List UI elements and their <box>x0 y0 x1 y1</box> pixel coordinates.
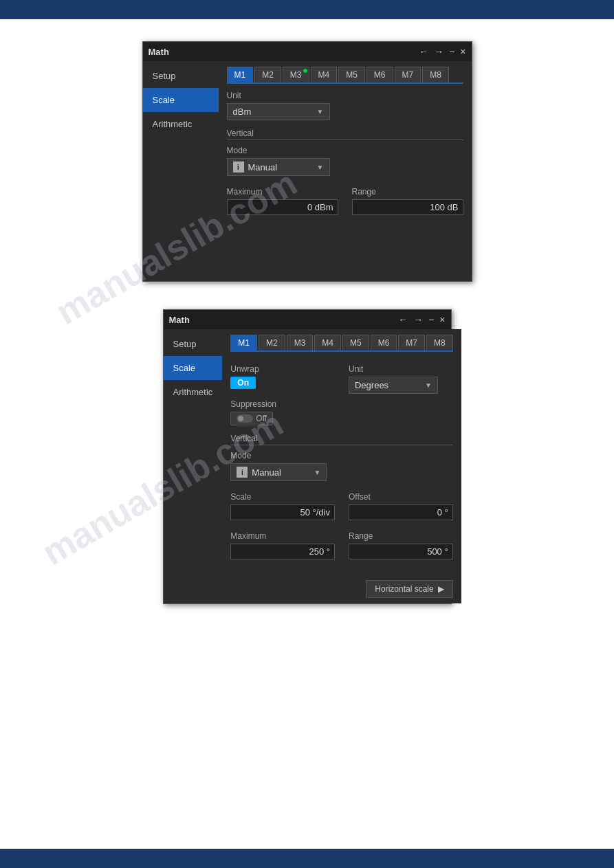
d2-sidebar-item-arithmetic[interactable]: Arithmetic <box>164 380 223 404</box>
dialog1-back-btn[interactable]: ← <box>419 47 428 56</box>
tab-m1[interactable]: M1 <box>227 67 254 82</box>
top-bar <box>0 0 614 19</box>
dialog1-main: M1 M2 M3 M4 M5 M6 M7 M8 Unit dBm ▼ Verti… <box>219 61 472 281</box>
unwrap-unit-row: Unwrap On Unit Degrees ▼ <box>230 359 452 394</box>
d2-mode-label: Mode <box>230 451 452 460</box>
range-value[interactable]: 100 dB <box>352 199 463 215</box>
tab-m6[interactable]: M6 <box>366 67 393 82</box>
dialog2-controls: ← → − × <box>398 315 445 324</box>
sidebar-item-scale[interactable]: Scale <box>143 88 219 112</box>
d2-tab-m1[interactable]: M1 <box>230 335 257 350</box>
d2-tab-m3[interactable]: M3 <box>287 335 314 350</box>
unit-label: Unit <box>227 91 463 100</box>
d2-sidebar-item-scale[interactable]: Scale <box>164 356 223 380</box>
tab-m4[interactable]: M4 <box>311 67 338 82</box>
bottom-bar <box>0 849 614 868</box>
dialog1-close-btn[interactable]: × <box>460 47 465 56</box>
unit-select-arrow: ▼ <box>317 108 324 115</box>
maximum-label: Maximum <box>227 187 338 197</box>
dialog1-sidebar: Setup Scale Arithmetic <box>143 61 219 281</box>
d2-unit-select[interactable]: Degrees ▼ <box>349 377 438 394</box>
unwrap-label: Unwrap <box>230 364 335 374</box>
d2-scale-label: Scale <box>230 492 335 502</box>
tab-m8[interactable]: M8 <box>422 67 449 82</box>
dialog1-controls: ← → − × <box>419 47 465 56</box>
dialog2-main: M1 M2 M3 M4 M5 M6 M7 M8 Unwrap On <box>222 329 461 603</box>
d2-tab-m6[interactable]: M6 <box>371 335 397 350</box>
suppression-toggle[interactable]: Off <box>230 412 273 425</box>
d2-range-value[interactable]: 500 ° <box>349 544 453 559</box>
d2-maximum-col: Maximum 250 ° <box>230 526 335 559</box>
d2-tab-m7[interactable]: M7 <box>398 335 425 350</box>
tab-m3[interactable]: M3 <box>283 67 309 82</box>
suppression-switch-icon <box>237 414 253 423</box>
dialog2-close-btn[interactable]: × <box>439 315 445 324</box>
unwrap-toggle[interactable]: On <box>230 377 256 389</box>
mode-label: Mode <box>227 146 463 155</box>
dialog2-title: Math <box>169 315 190 325</box>
dialog2-forward-btn[interactable]: → <box>413 315 423 324</box>
dialog2-titlebar: Math ← → − × <box>164 310 451 329</box>
sidebar-item-setup[interactable]: Setup <box>143 64 219 88</box>
d2-tab-m2[interactable]: M2 <box>259 335 285 350</box>
d2-maximum-value[interactable]: 250 ° <box>230 544 335 559</box>
d2-range-label: Range <box>349 531 453 541</box>
d2-unit-label: Unit <box>349 364 453 374</box>
dialog2-tab-bar: M1 M2 M3 M4 M5 M6 M7 M8 <box>230 335 452 352</box>
dialog1-forward-btn[interactable]: → <box>434 47 443 56</box>
maximum-col: Maximum 0 dBm <box>227 181 338 215</box>
d2-tab-m5[interactable]: M5 <box>342 335 369 350</box>
d2-mode-arrow: ▼ <box>314 469 320 476</box>
mode-icon: i <box>233 162 244 173</box>
d2-scale-col: Scale 50 °/div <box>230 487 335 520</box>
unit-select[interactable]: dBm ▼ <box>227 103 330 120</box>
d2-tab-m4[interactable]: M4 <box>314 335 341 350</box>
horizontal-scale-btn[interactable]: Horizontal scale ▶ <box>366 580 452 598</box>
d2-tab-m8[interactable]: M8 <box>426 335 453 350</box>
d2-unit-col: Unit Degrees ▼ <box>349 359 453 394</box>
math-dialog-2: Math ← → − × Setup Scale Arithmetic M1 M… <box>163 309 452 604</box>
dialog1-titlebar: Math ← → − × <box>143 42 472 61</box>
d2-range-col: Range 500 ° <box>349 526 453 559</box>
unwrap-col: Unwrap On <box>230 359 335 394</box>
range-label: Range <box>352 187 463 197</box>
dialog1-tab-bar: M1 M2 M3 M4 M5 M6 M7 M8 <box>227 67 463 84</box>
horizontal-scale-arrow-icon: ▶ <box>438 584 444 594</box>
d2-vertical-section-label: Vertical <box>230 434 452 445</box>
math-dialog-1: Math ← → − × Setup Scale Arithmetic M1 M… <box>142 41 472 282</box>
d2-mode-icon: i <box>237 467 248 478</box>
dialog2-back-btn[interactable]: ← <box>398 315 408 324</box>
mode-arrow: ▼ <box>317 164 324 171</box>
suppression-label: Suppression <box>230 399 452 409</box>
d2-mode-select[interactable]: i Manual ▼ <box>230 463 327 481</box>
tab-m7[interactable]: M7 <box>395 67 421 82</box>
d2-scale-value[interactable]: 50 °/div <box>230 504 335 520</box>
dialog2-body: Setup Scale Arithmetic M1 M2 M3 M4 M5 M6… <box>164 329 451 603</box>
dialog2-minimize-btn[interactable]: − <box>428 315 434 324</box>
d2-offset-label: Offset <box>349 492 453 502</box>
tab-m2[interactable]: M2 <box>254 67 281 82</box>
maximum-value[interactable]: 0 dBm <box>227 199 338 215</box>
range-col: Range 100 dB <box>352 181 463 215</box>
d2-offset-value[interactable]: 0 ° <box>349 504 453 520</box>
dialog1-minimize-btn[interactable]: − <box>449 47 454 56</box>
d2-sidebar-item-setup[interactable]: Setup <box>164 332 223 356</box>
sidebar-item-arithmetic[interactable]: Arithmetic <box>143 112 219 136</box>
dialog1-body: Setup Scale Arithmetic M1 M2 M3 M4 M5 M6… <box>143 61 472 281</box>
vertical-section-label: Vertical <box>227 129 463 140</box>
dialog2-sidebar: Setup Scale Arithmetic <box>164 329 223 603</box>
d2-unit-arrow: ▼ <box>425 381 432 389</box>
tab-m5[interactable]: M5 <box>338 67 365 82</box>
d2-maximum-label: Maximum <box>230 531 335 541</box>
mode-select[interactable]: i Manual ▼ <box>227 158 330 176</box>
dialog1-title: Math <box>149 47 169 57</box>
d2-offset-col: Offset 0 ° <box>349 487 453 520</box>
